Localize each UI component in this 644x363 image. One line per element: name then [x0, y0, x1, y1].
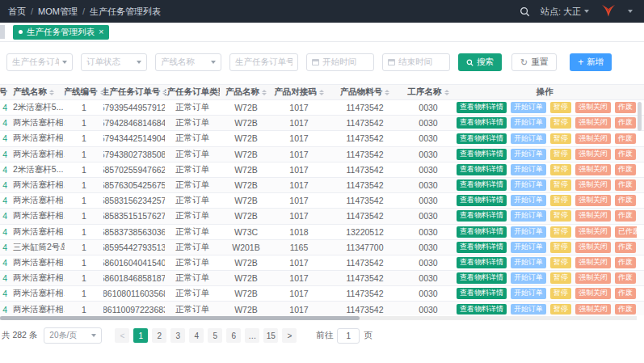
- clipped-cell[interactable]: 4: [0, 209, 10, 223]
- user-menu-caret[interactable]: [628, 10, 633, 13]
- force-close-button[interactable]: 强制关闭: [575, 117, 611, 129]
- void-button[interactable]: 作废: [615, 242, 636, 253]
- filter-line-name-select[interactable]: 产线名称: [155, 53, 221, 71]
- force-close-button[interactable]: 强制关闭: [575, 179, 611, 191]
- start-order-button[interactable]: 开始订单: [511, 257, 546, 268]
- vertical-scrollbar[interactable]: [638, 102, 642, 344]
- user-avatar[interactable]: [600, 3, 617, 19]
- force-close-button[interactable]: 强制关闭: [575, 288, 611, 299]
- clipped-cell[interactable]: 4: [0, 286, 10, 301]
- clipped-cell[interactable]: 4: [0, 178, 10, 192]
- void-button[interactable]: 作废: [615, 288, 636, 299]
- start-order-button[interactable]: 开始订单: [511, 133, 546, 145]
- add-button[interactable]: + 新增: [570, 53, 612, 71]
- column-header-8[interactable]: 工序名称: [404, 85, 452, 99]
- filter-end-time-input[interactable]: 结束时间: [382, 53, 450, 71]
- start-order-button[interactable]: 开始订单: [511, 226, 546, 238]
- view-material-button[interactable]: 查看物料详情: [457, 195, 507, 206]
- clipped-cell[interactable]: 4: [0, 302, 10, 315]
- pause-button[interactable]: 暂停: [550, 195, 571, 206]
- start-order-button[interactable]: 开始订单: [511, 179, 546, 191]
- page-button-15[interactable]: 15: [263, 328, 278, 343]
- page-button-3[interactable]: 3: [170, 328, 185, 343]
- force-close-button[interactable]: 强制关闭: [575, 226, 611, 238]
- start-order-button[interactable]: 开始订单: [511, 149, 546, 160]
- start-order-button[interactable]: 开始订单: [511, 117, 546, 129]
- void-button[interactable]: 作废: [615, 195, 636, 206]
- page-button-5[interactable]: 5: [208, 328, 222, 343]
- pause-button[interactable]: 暂停: [550, 179, 571, 191]
- clipped-cell[interactable]: 4: [0, 116, 10, 130]
- view-material-button[interactable]: 查看物料详情: [457, 226, 507, 238]
- void-button[interactable]: 作废: [615, 304, 636, 315]
- clipped-cell[interactable]: 4: [0, 147, 10, 162]
- pause-button[interactable]: 暂停: [550, 226, 571, 238]
- prev-page-button[interactable]: <: [115, 328, 129, 343]
- view-material-button[interactable]: 查看物料详情: [457, 117, 507, 129]
- start-order-button[interactable]: 开始订单: [511, 272, 546, 284]
- filter-order-no-input[interactable]: 生产任务订单号: [229, 53, 298, 71]
- pause-button[interactable]: 暂停: [550, 272, 571, 284]
- void-button[interactable]: 作废: [615, 149, 636, 160]
- breadcrumb-item[interactable]: 生产任务管理列表: [90, 6, 161, 18]
- page-button-4[interactable]: 4: [189, 328, 204, 343]
- void-button[interactable]: 已作废: [615, 226, 637, 238]
- horizontal-scrollbar-thumb[interactable]: [0, 316, 360, 320]
- force-close-button[interactable]: 强制关闭: [575, 195, 611, 206]
- view-material-button[interactable]: 查看物料详情: [457, 133, 507, 145]
- reset-button[interactable]: ↻ 重置: [511, 53, 557, 71]
- view-material-button[interactable]: 查看物料详情: [457, 242, 507, 253]
- clipped-cell[interactable]: 4: [0, 100, 10, 115]
- column-header-2[interactable]: 产线编号: [65, 85, 103, 99]
- vertical-scrollbar-thumb[interactable]: [638, 102, 642, 131]
- search-button[interactable]: 搜索: [458, 53, 502, 71]
- sort-carets-icon[interactable]: [444, 90, 449, 95]
- pause-button[interactable]: 暂停: [550, 288, 571, 299]
- filter-order-status-select[interactable]: 订单状态: [81, 53, 147, 71]
- pause-button[interactable]: 暂停: [550, 102, 571, 113]
- force-close-button[interactable]: 强制关闭: [575, 210, 611, 222]
- void-button[interactable]: 作废: [615, 164, 636, 175]
- tab-production-task-list[interactable]: 生产任务管理列表 ×: [13, 25, 109, 40]
- filter-start-time-input[interactable]: 开始时间: [306, 53, 374, 71]
- void-button[interactable]: 作废: [615, 272, 636, 284]
- page-button-1[interactable]: 1: [133, 328, 148, 343]
- force-close-button[interactable]: 强制关闭: [575, 164, 611, 175]
- column-header-5[interactable]: 产品名称: [220, 85, 272, 99]
- clipped-cell[interactable]: 4: [0, 193, 10, 208]
- start-order-button[interactable]: 开始订单: [511, 242, 546, 253]
- clipped-cell[interactable]: 4: [0, 225, 10, 239]
- start-order-button[interactable]: 开始订单: [511, 304, 546, 315]
- view-material-button[interactable]: 查看物料详情: [457, 210, 507, 222]
- force-close-button[interactable]: 强制关闭: [575, 304, 611, 315]
- page-button-2[interactable]: 2: [152, 328, 166, 343]
- column-header-7[interactable]: 产品物料号: [326, 85, 404, 99]
- sort-carets-icon[interactable]: [319, 90, 324, 95]
- horizontal-scrollbar[interactable]: [0, 316, 637, 320]
- force-close-button[interactable]: 强制关闭: [575, 242, 611, 253]
- breadcrumb-item[interactable]: 首页: [8, 6, 26, 18]
- view-material-button[interactable]: 查看物料详情: [457, 257, 507, 268]
- view-material-button[interactable]: 查看物料详情: [457, 272, 507, 284]
- next-page-button[interactable]: >: [282, 328, 297, 343]
- goto-page-input[interactable]: 1: [337, 328, 360, 344]
- start-order-button[interactable]: 开始订单: [511, 195, 546, 206]
- pause-button[interactable]: 暂停: [550, 117, 571, 129]
- filter-order-type-select[interactable]: 生产任务订单类型: [6, 53, 73, 71]
- breadcrumb-item[interactable]: MOM管理: [38, 6, 78, 18]
- void-button[interactable]: 作废: [615, 179, 636, 191]
- clipped-cell[interactable]: 4: [0, 271, 10, 285]
- sort-carets-icon[interactable]: [262, 90, 267, 95]
- close-icon[interactable]: ×: [99, 27, 103, 36]
- clipped-cell[interactable]: 4: [0, 240, 10, 255]
- view-material-button[interactable]: 查看物料详情: [457, 149, 507, 160]
- page-size-select[interactable]: 20条/页: [44, 327, 102, 344]
- pause-button[interactable]: 暂停: [550, 133, 571, 145]
- page-button-6[interactable]: 6: [226, 328, 241, 343]
- sort-carets-icon[interactable]: [385, 90, 389, 95]
- start-order-button[interactable]: 开始订单: [511, 102, 546, 113]
- force-close-button[interactable]: 强制关闭: [575, 257, 611, 268]
- site-selector[interactable]: 站点: 大正: [541, 6, 589, 18]
- column-header-1[interactable]: 产线名称: [10, 85, 65, 99]
- search-icon[interactable]: [520, 6, 530, 17]
